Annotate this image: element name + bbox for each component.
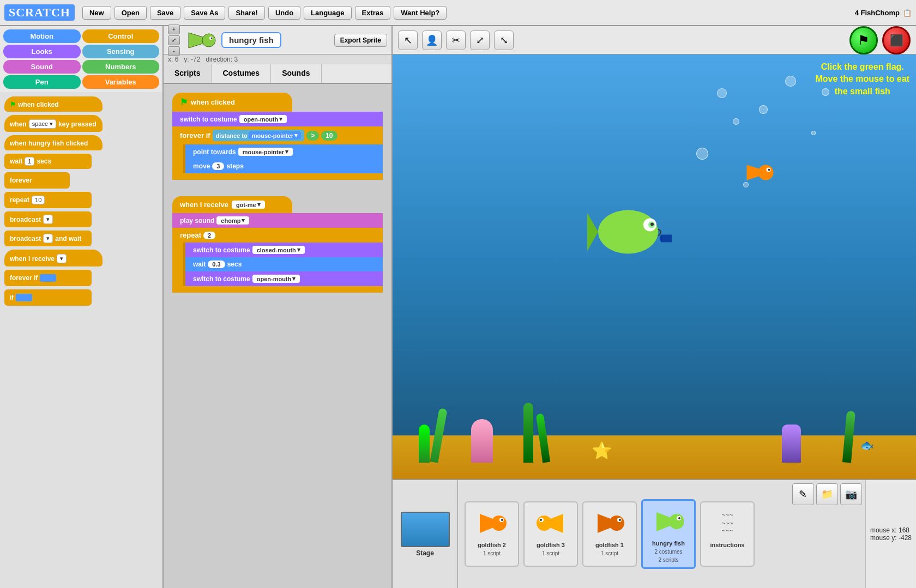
save-as-button[interactable]: Save As [184,6,225,20]
block-wait[interactable]: wait 1 secs [4,154,92,169]
script-hat-when-clicked[interactable]: ⚑ when clicked [172,93,292,112]
block-when-sprite-clicked[interactable]: when hungry fish clicked [4,135,103,150]
repeat-inner: switch to costume closed-mouth ▾ wait 0.… [183,243,383,286]
hungryfish-icon [652,505,685,538]
category-sensing[interactable]: Sensing [82,45,160,58]
block-when-key-pressed[interactable]: when space ▾ key pressed [4,115,103,132]
steps-input[interactable]: 3 [212,162,224,170]
svg-point-12 [758,165,774,180]
category-motion[interactable]: Motion [3,29,81,43]
block-when-clicked[interactable]: ⚑ when clicked [4,96,103,112]
bottom-panel: Stage goldfish 2 1 script [393,479,916,588]
block-forever[interactable]: forever [4,172,70,189]
goldfish2-name: goldfish 2 [478,542,506,548]
block-switch-costume-1[interactable]: switch to costume open-mouth ▾ [172,112,383,126]
sprite-card-instructions[interactable]: ~~~~~~~~~ instructions [700,501,755,567]
seaweed-4 [536,413,550,463]
svg-rect-9 [661,235,672,243]
draw-tool-btn[interactable]: ✎ [792,483,814,505]
sprite-card-goldfish1[interactable]: goldfish 1 1 script [582,501,637,567]
costume-dropdown-2[interactable]: closed-mouth ▾ [252,246,305,254]
block-move-steps[interactable]: move 3 steps [185,159,383,173]
sprites-list: goldfish 2 1 script goldfish 3 1 sc [458,480,789,588]
language-button[interactable]: Language [304,6,351,20]
wait-time[interactable]: 0.3 [208,260,225,268]
block-when-receive[interactable]: when I receive ▾ [4,250,103,266]
block-switch-costume-open[interactable]: switch to costume open-mouth ▾ [185,271,383,286]
block-switch-costume-closed[interactable]: switch to costume closed-mouth ▾ [185,243,383,257]
cursor-tool[interactable]: ↖ [398,31,418,50]
svg-point-20 [537,516,552,531]
block-if[interactable]: if [4,289,92,306]
stage-thumbnail-area[interactable]: Stage [393,480,458,588]
camera-tool-btn[interactable]: 📷 [840,483,862,505]
green-flag-button[interactable]: ⚑ [849,26,878,54]
category-numbers[interactable]: Numbers [82,60,160,74]
share-button[interactable]: Share! [228,6,264,20]
fit-btn[interactable]: ⤢ [168,35,180,45]
block-repeat[interactable]: repeat 10 [4,192,92,208]
block-broadcast-wait[interactable]: broadcast ▾ and wait [4,231,92,246]
svg-point-14 [768,169,770,171]
stop-button[interactable]: ⬛ [882,26,911,54]
tab-sounds[interactable]: Sounds [271,64,321,83]
topbar: SCRATCH New Open Save Save As Share! Und… [0,0,916,26]
zoom-in-btn[interactable]: + [168,25,180,34]
costume-dropdown-3[interactable]: open-mouth ▾ [252,275,300,283]
block-wait-03[interactable]: wait 0.3 secs [185,257,383,271]
stage-toolbar: ↖ 👤 ✂ ⤢ ⤡ ⚑ ⬛ [393,26,916,54]
goldfish3-name: goldfish 3 [537,542,565,548]
distance-to-block[interactable]: distance to mouse-pointer ▾ [213,130,304,141]
script-group-1: ⚑ when clicked switch to costume open-mo… [172,93,383,180]
point-towards-dropdown[interactable]: mouse-pointer ▾ [238,148,293,156]
export-sprite-button[interactable]: Export Sprite [334,34,387,47]
shrink-tool[interactable]: ⤡ [494,31,514,50]
category-control[interactable]: Control [82,29,160,43]
sound-dropdown[interactable]: chomp ▾ [216,216,249,225]
scripts-canvas[interactable]: ⚑ when clicked switch to costume open-mo… [164,84,391,588]
bottom-tools: ✎ 📁 📷 [789,480,865,588]
stamp-tool[interactable]: 👤 [422,31,442,50]
svg-rect-10 [660,236,662,241]
sprite-card-goldfish3[interactable]: goldfish 3 1 script [523,501,578,567]
undo-button[interactable]: Undo [268,6,300,20]
category-pen[interactable]: Pen [3,75,81,89]
block-play-sound[interactable]: play sound chomp ▾ [172,213,383,228]
right-panel: ↖ 👤 ✂ ⤢ ⤡ ⚑ ⬛ Click the green flag [393,26,916,588]
instructions-text: Click the green flag.Move the mouse to e… [816,61,909,98]
svg-point-24 [609,516,624,531]
scissors-tool[interactable]: ✂ [446,31,466,50]
greater-than-icon: > [306,131,319,141]
block-broadcast[interactable]: broadcast ▾ [4,211,92,227]
help-button[interactable]: Want Help? [394,6,447,20]
block-forever-if[interactable]: forever if [4,270,92,286]
goldfish1-name: goldfish 1 [595,542,624,548]
bubble [733,118,739,125]
distance-value[interactable]: 10 [321,131,337,141]
folder-tool-btn[interactable]: 📁 [816,483,838,505]
mouse-pointer-dropdown-1[interactable]: mouse-pointer ▾ [249,131,301,140]
repeat-block: repeat 2 switch to costume closed-mouth … [172,228,383,293]
stage-label: Stage [416,549,434,557]
block-point-towards[interactable]: point towards mouse-pointer ▾ [185,144,383,159]
category-variables[interactable]: Variables [82,75,160,89]
small-goldfish: 🐟 [860,439,874,452]
receive-dropdown[interactable]: got-me ▾ [232,201,265,209]
script-hat-when-receive[interactable]: when I receive got-me ▾ [172,196,292,213]
sprite-card-goldfish2[interactable]: goldfish 2 1 script [465,501,519,567]
extras-button[interactable]: Extras [355,6,391,20]
category-sound[interactable]: Sound [3,60,81,74]
grow-tool[interactable]: ⤢ [470,31,490,50]
save-button[interactable]: Save [150,6,180,20]
open-button[interactable]: Open [114,6,147,20]
tab-scripts[interactable]: Scripts [164,64,212,83]
sprite-zoom-controls: + ⤢ - [168,25,180,56]
tab-costumes[interactable]: Costumes [212,64,271,83]
sprite-card-hungryfish[interactable]: hungry fish 2 costumes 2 scripts [641,499,696,569]
repeat-count[interactable]: 2 [203,232,215,239]
costume-dropdown-1[interactable]: open-mouth ▾ [239,115,287,123]
category-looks[interactable]: Looks [3,45,81,58]
svg-point-22 [540,519,542,521]
new-button[interactable]: New [82,6,111,20]
username: 4 FishChomp [855,9,900,17]
